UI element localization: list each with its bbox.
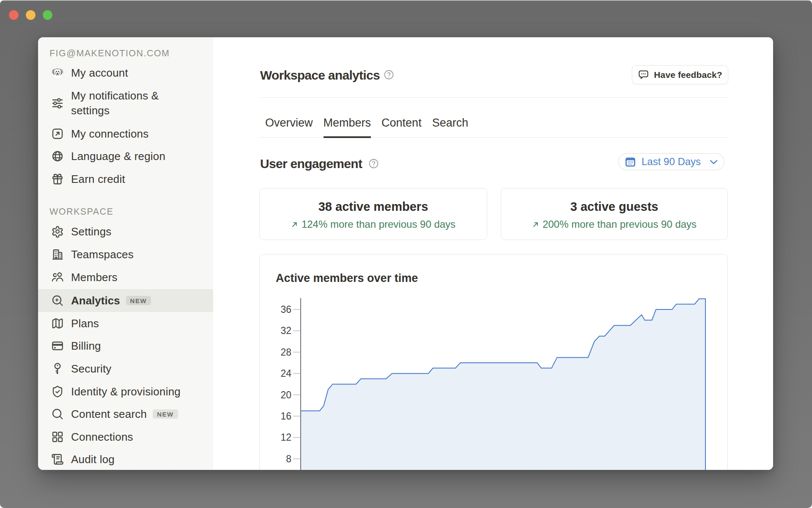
feedback-button-label: Have feedback?	[654, 70, 722, 80]
settings-content: Workspace analytics Have feedback? Overv…	[213, 37, 773, 470]
have-feedback-button[interactable]: Have feedback?	[632, 65, 728, 84]
header-divider	[259, 97, 728, 98]
section-help-icon[interactable]	[368, 158, 379, 169]
stat-delta-text: 124% more than previous 90 days	[302, 218, 455, 230]
gift-icon	[51, 173, 64, 185]
sidebar-item-label: Plans	[71, 317, 99, 330]
arrow-up-right-box-icon	[51, 127, 64, 140]
section-heading: User engagement	[260, 157, 362, 171]
page-title: Workspace analytics	[260, 68, 380, 83]
zoom-button[interactable]	[43, 10, 52, 20]
sidebar-item-label: Audit log	[71, 453, 115, 466]
sidebar-item-billing[interactable]: Billing	[38, 334, 213, 357]
chevron-down-icon	[708, 157, 719, 167]
stat-value: 3 active guests	[571, 200, 658, 214]
traffic-lights	[9, 10, 52, 20]
sidebar-item-my-connections[interactable]: My connections	[38, 122, 213, 145]
grid-icon	[51, 431, 64, 443]
magnifier-icon	[51, 408, 64, 420]
magnifier-sparkle-icon	[51, 294, 64, 307]
y-tick-label: 28	[280, 347, 291, 358]
y-tick-label: 24	[280, 368, 291, 379]
globe-icon	[51, 150, 64, 163]
sidebar-item-my-account[interactable]: My account	[38, 61, 213, 84]
stat-card: 3 active guests200% more than previous 9…	[501, 188, 728, 240]
analytics-tabs: OverviewMembersContentSearch	[265, 114, 468, 137]
stat-card: 38 active members124% more than previous…	[259, 188, 487, 240]
sidebar-item-label: Language & region	[71, 150, 165, 163]
sidebar-item-my-notifications-settings[interactable]: My notifications & settings	[38, 84, 213, 122]
minimize-button[interactable]	[26, 10, 36, 20]
sidebar-item-label: Earn credit	[71, 173, 125, 186]
credit-card-icon	[51, 340, 64, 352]
scroll-icon	[51, 453, 64, 466]
chart-card: 812162024283236 Active members over time	[259, 254, 728, 470]
sliders-icon	[51, 97, 64, 110]
map-icon	[51, 317, 64, 330]
stat-delta: 124% more than previous 90 days	[291, 218, 455, 230]
sidebar-item-settings[interactable]: Settings	[38, 220, 213, 243]
tab-members[interactable]: Members	[324, 114, 371, 137]
feedback-bubble-icon	[638, 69, 649, 80]
calendar-icon	[625, 156, 636, 168]
stat-delta: 200% more than previous 90 days	[532, 218, 697, 230]
sidebar-item-label: Teamspaces	[71, 248, 134, 261]
help-icon[interactable]	[384, 69, 394, 80]
sidebar-item-label: Analytics	[71, 294, 120, 307]
stat-delta-text: 200% more than previous 90 days	[543, 218, 697, 230]
sidebar-item-teamspaces[interactable]: Teamspaces	[38, 243, 213, 266]
arrow-up-right-icon	[532, 221, 539, 228]
sidebar-item-members[interactable]: Members	[38, 266, 213, 289]
sidebar-item-label: Identity & provisioning	[71, 385, 181, 398]
sidebar-item-label: Connections	[71, 431, 133, 444]
people-icon	[51, 271, 64, 284]
sidebar-item-security[interactable]: Security	[38, 357, 213, 380]
active-members-chart: 812162024283236	[260, 254, 728, 470]
app-window: FIG@MAKENOTION.COM My accountMy notifica…	[0, 0, 812, 508]
sidebar-item-earn-credit[interactable]: Earn credit	[38, 168, 213, 190]
settings-modal: FIG@MAKENOTION.COM My accountMy notifica…	[38, 37, 773, 470]
close-button[interactable]	[9, 10, 19, 20]
sidebar-item-label: My notifications & settings	[71, 88, 185, 118]
sidebar-item-connections[interactable]: Connections	[38, 425, 213, 448]
workspace-section-label: WORKSPACE	[49, 207, 113, 217]
y-tick-label: 20	[280, 389, 291, 400]
sidebar-item-label: Content search	[71, 408, 147, 421]
stat-cards: 38 active members124% more than previous…	[259, 188, 728, 240]
sidebar-item-label: Settings	[71, 225, 112, 238]
shield-check-icon	[51, 385, 64, 398]
avatar-koala-icon	[51, 66, 64, 79]
sidebar-item-label: Members	[71, 271, 118, 284]
account-email-label: FIG@MAKENOTION.COM	[49, 48, 170, 59]
tab-content[interactable]: Content	[381, 114, 422, 137]
sidebar-item-label: Security	[71, 362, 112, 375]
sidebar-item-identity-provisioning[interactable]: Identity & provisioning	[38, 380, 213, 403]
sidebar-item-label: Billing	[71, 340, 101, 353]
key-icon	[51, 362, 64, 375]
gear-icon	[51, 225, 64, 238]
chart-title: Active members over time	[276, 272, 418, 285]
tab-overview[interactable]: Overview	[265, 114, 313, 137]
stat-value: 38 active members	[318, 200, 428, 214]
sidebar-item-label: My connections	[71, 127, 148, 141]
building-icon	[51, 248, 64, 261]
sidebar-item-language-region[interactable]: Language & region	[38, 145, 213, 168]
settings-sidebar: FIG@MAKENOTION.COM My accountMy notifica…	[38, 37, 213, 470]
sidebar-item-plans[interactable]: Plans	[38, 312, 213, 335]
y-tick-label: 8	[286, 453, 291, 464]
chart-area-fill	[301, 299, 705, 470]
date-range-button[interactable]: Last 90 Days	[618, 153, 724, 170]
y-tick-label: 16	[280, 411, 291, 422]
date-range-label: Last 90 Days	[642, 156, 701, 168]
new-badge: NEW	[126, 296, 151, 305]
sidebar-item-label: My account	[71, 66, 128, 80]
y-tick-label: 32	[280, 325, 291, 336]
sidebar-item-content-search[interactable]: Content searchNEW	[38, 403, 213, 425]
sidebar-item-audit-log[interactable]: Audit log	[38, 448, 213, 470]
sidebar-item-analytics[interactable]: AnalyticsNEW	[38, 289, 213, 312]
y-tick-label: 36	[280, 304, 291, 315]
arrow-up-right-icon	[291, 221, 298, 228]
tab-search[interactable]: Search	[432, 114, 469, 137]
y-tick-label: 12	[280, 432, 291, 443]
new-badge: NEW	[153, 409, 178, 419]
